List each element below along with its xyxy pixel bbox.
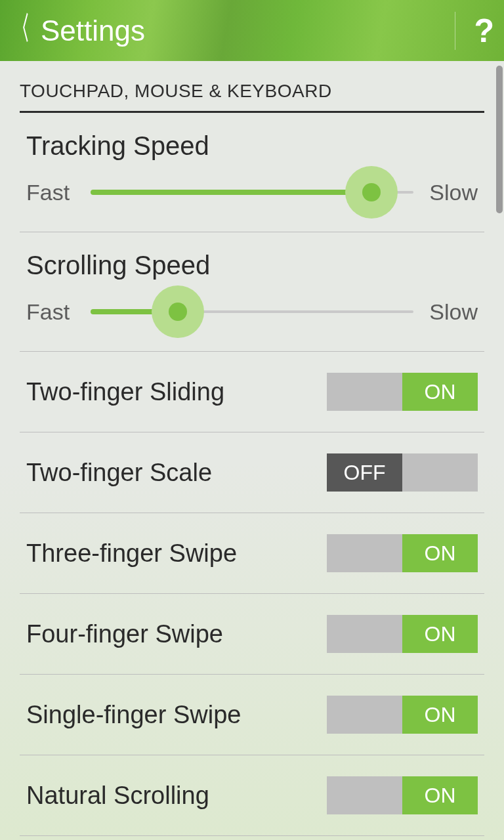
slider-fill — [91, 190, 371, 195]
scrolling-speed-slider[interactable] — [91, 292, 413, 331]
toggle-row: Two-finger SlidingON — [20, 352, 484, 432]
toggle-row: Natural ScrollingON — [20, 755, 484, 836]
tracking-speed-title: Tracking Speed — [26, 131, 478, 161]
toggle-list: Two-finger SlidingONTwo-finger ScaleOFFT… — [20, 352, 484, 840]
page-title: Settings — [38, 14, 455, 47]
toggle-label: Single-finger Swipe — [26, 701, 241, 729]
toggle-switch[interactable]: ON — [327, 696, 478, 734]
toggle-label: Three-finger Swipe — [26, 539, 237, 568]
toggle-switch[interactable]: ON — [327, 615, 478, 653]
toggle-row: Single-finger SwipeON — [20, 675, 484, 755]
header-bar: 〈 Settings ? — [0, 0, 504, 61]
toggle-row: Two-finger ScaleOFF — [20, 432, 484, 513]
section-header: TOUCHPAD, MOUSE & KEYBOARD — [20, 81, 484, 113]
tracking-speed-block: Tracking Speed Fast Slow — [20, 113, 484, 232]
toggle-switch[interactable]: OFF — [327, 453, 478, 492]
slider-thumb[interactable] — [169, 303, 187, 321]
back-icon[interactable]: 〈 — [12, 12, 26, 44]
toggle-knob: ON — [402, 373, 478, 411]
toggle-knob: ON — [402, 696, 478, 734]
toggle-knob: ON — [402, 776, 478, 814]
toggle-row: Four-finger SwipeON — [20, 594, 484, 675]
toggle-switch[interactable]: ON — [327, 373, 478, 411]
toggle-switch[interactable]: ON — [327, 776, 478, 814]
scrolling-speed-row: Fast Slow — [26, 292, 478, 331]
tracking-speed-row: Fast Slow — [26, 173, 478, 212]
slider-thumb[interactable] — [362, 183, 381, 201]
content-area: TOUCHPAD, MOUSE & KEYBOARD Tracking Spee… — [0, 61, 504, 840]
toggle-label: Two-finger Sliding — [26, 378, 224, 406]
scrollbar[interactable] — [496, 66, 503, 213]
scrolling-speed-title: Scrolling Speed — [26, 251, 478, 280]
toggle-knob: OFF — [327, 453, 402, 492]
tracking-speed-slider[interactable] — [91, 173, 413, 212]
scrolling-speed-block: Scrolling Speed Fast Slow — [20, 232, 484, 352]
tracking-fast-label: Fast — [26, 180, 79, 205]
toggle-label: Two-finger Scale — [26, 459, 212, 487]
scrolling-slow-label: Slow — [425, 299, 478, 325]
toggle-switch[interactable]: ON — [327, 534, 478, 572]
help-icon[interactable]: ? — [474, 12, 494, 50]
help-wrap: ? — [455, 0, 494, 61]
scrolling-fast-label: Fast — [26, 299, 79, 325]
toggle-knob: ON — [402, 615, 478, 653]
toggle-row: Three-finger SwipeON — [20, 513, 484, 594]
toggle-label: Natural Scrolling — [26, 782, 209, 810]
toggle-knob: ON — [402, 534, 478, 572]
header-divider — [455, 12, 455, 50]
toggle-row: Left HandedOFF — [20, 836, 484, 840]
tracking-slow-label: Slow — [425, 180, 478, 205]
toggle-label: Four-finger Swipe — [26, 620, 223, 648]
